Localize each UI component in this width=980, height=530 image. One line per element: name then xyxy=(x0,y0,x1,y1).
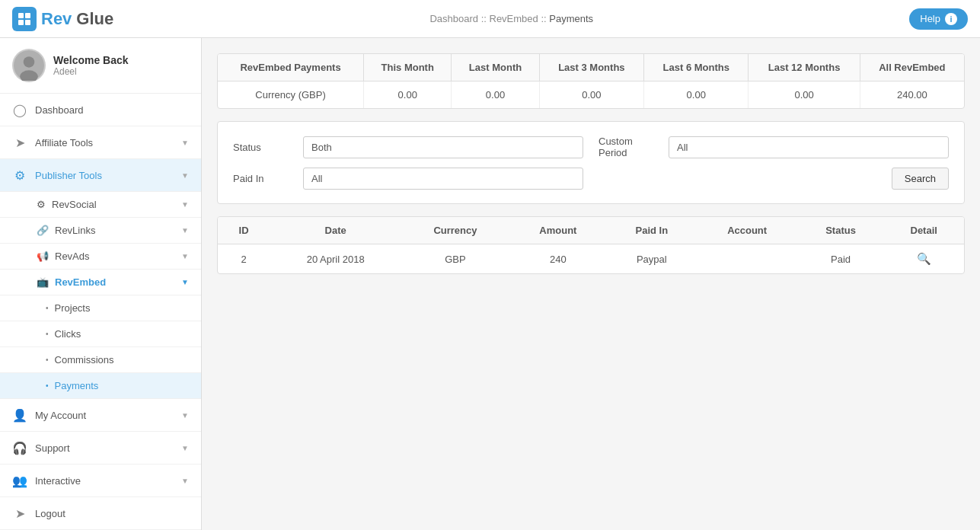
sidebar-label-projects: Projects xyxy=(55,302,91,314)
megaphone-icon: 📢 xyxy=(37,251,49,262)
sidebar-label-logout: Logout xyxy=(35,508,65,519)
col-last-month: Last Month xyxy=(452,54,539,81)
help-button[interactable]: Help i xyxy=(909,8,968,30)
payments-table: ID Date Currency Amount Paid In Account … xyxy=(218,217,964,273)
bullet-projects: • xyxy=(46,304,49,312)
col-id: ID xyxy=(218,217,270,244)
row-currency: GBP xyxy=(401,244,509,274)
help-label: Help xyxy=(920,13,940,24)
sidebar-item-support[interactable]: 🎧 Support ▼ xyxy=(0,432,201,465)
sidebar-label-publisher-tools: Publisher Tools xyxy=(35,170,102,181)
headset-icon: 🎧 xyxy=(12,440,27,455)
signout-icon: ➤ xyxy=(12,506,27,521)
sidebar-item-revsocial[interactable]: ⚙ RevSocial ▼ xyxy=(0,192,201,218)
summary-row: Currency (GBP) 0.00 0.00 0.00 0.00 0.00 … xyxy=(218,81,964,109)
data-card: ID Date Currency Amount Paid In Account … xyxy=(217,216,965,274)
svg-rect-0 xyxy=(18,13,24,18)
svg-rect-2 xyxy=(18,20,24,25)
col-revembed-payments: RevEmbed Payments xyxy=(218,54,364,81)
sidebar-label-interactive: Interactive xyxy=(35,475,81,487)
col-this-month: This Month xyxy=(364,54,452,81)
avatar xyxy=(12,49,46,82)
sidebar-label-revsocial: RevSocial xyxy=(52,199,97,210)
tag-icon: ➤ xyxy=(12,135,27,150)
row-detail[interactable]: 🔍 xyxy=(883,244,964,274)
breadcrumb-sep1: :: xyxy=(478,13,489,24)
paid-in-filter-group: Paid In All Paypal Bank Transfer xyxy=(233,168,583,190)
svg-point-5 xyxy=(24,56,35,68)
sidebar-item-clicks[interactable]: • Clicks xyxy=(0,321,201,347)
row-amount: 240 xyxy=(509,244,607,274)
clock-icon: ◯ xyxy=(12,102,27,117)
search-action: Search xyxy=(599,168,949,190)
breadcrumb: Dashboard :: RevEmbed :: Payments xyxy=(429,13,593,24)
sidebar-item-my-account[interactable]: 👤 My Account ▼ xyxy=(0,399,201,432)
svg-rect-1 xyxy=(25,13,30,18)
bullet-clicks: • xyxy=(46,330,49,338)
detail-search-icon[interactable]: 🔍 xyxy=(917,252,931,265)
sidebar-item-logout[interactable]: ➤ Logout xyxy=(0,497,201,530)
row-account xyxy=(697,244,798,274)
paid-in-select[interactable]: All Paypal Bank Transfer xyxy=(303,168,583,190)
search-button[interactable]: Search xyxy=(892,168,949,190)
col-status: Status xyxy=(798,217,884,244)
chevron-down-icon-revembed: ▼ xyxy=(181,278,189,286)
breadcrumb-dashboard[interactable]: Dashboard xyxy=(429,13,478,24)
welcome-text: Welcome Back xyxy=(53,54,129,66)
row-paid-in: Paypal xyxy=(607,244,697,274)
col-all-revembed: All RevEmbed xyxy=(860,54,964,81)
sidebar-label-my-account: My Account xyxy=(35,410,86,421)
sidebar-item-projects[interactable]: • Projects xyxy=(0,295,201,321)
sidebar-item-dashboard[interactable]: ◯ Dashboard xyxy=(0,94,201,126)
svg-rect-3 xyxy=(25,20,30,25)
table-row: 2 20 April 2018 GBP 240 Paypal Paid 🔍 xyxy=(218,244,964,274)
sidebar-label-support: Support xyxy=(35,442,70,454)
sidebar-item-affiliate-tools[interactable]: ➤ Affiliate Tools ▼ xyxy=(0,126,201,159)
chevron-down-icon: ▼ xyxy=(181,139,189,147)
summary-card: RevEmbed Payments This Month Last Month … xyxy=(217,53,965,109)
chevron-down-icon-revads: ▼ xyxy=(181,252,189,260)
sidebar-item-revlinks[interactable]: 🔗 RevLinks ▼ xyxy=(0,218,201,244)
sidebar-label-dashboard: Dashboard xyxy=(35,104,84,116)
sidebar-item-commissions[interactable]: • Commissions xyxy=(0,347,201,373)
status-select[interactable]: Both Paid Pending xyxy=(303,136,583,158)
row-id: 2 xyxy=(218,244,270,274)
user-text: Welcome Back Adeel xyxy=(53,54,129,77)
summary-table: RevEmbed Payments This Month Last Month … xyxy=(218,54,964,108)
username: Adeel xyxy=(53,66,129,77)
sidebar-label-revads: RevAds xyxy=(55,251,90,262)
logo: RevGlue xyxy=(12,7,113,31)
summary-currency: Currency (GBP) xyxy=(218,81,364,109)
sidebar-item-revads[interactable]: 📢 RevAds ▼ xyxy=(0,244,201,270)
sidebar-item-interactive[interactable]: 👥 Interactive ▼ xyxy=(0,465,201,497)
breadcrumb-sep2: :: xyxy=(538,13,549,24)
col-amount: Amount xyxy=(509,217,607,244)
breadcrumb-payments: Payments xyxy=(549,13,593,24)
breadcrumb-revembed[interactable]: RevEmbed xyxy=(490,13,538,24)
col-last-3-months: Last 3 Months xyxy=(539,54,643,81)
chevron-down-icon-support: ▼ xyxy=(181,444,189,452)
logo-glue: Glue xyxy=(76,9,113,29)
sidebar-item-payments[interactable]: • Payments xyxy=(0,373,201,399)
summary-last-month: 0.00 xyxy=(452,81,539,109)
sidebar: Welcome Back Adeel ◯ Dashboard ➤ Affilia… xyxy=(0,38,202,530)
summary-last-12: 0.00 xyxy=(749,81,860,109)
col-last-6-months: Last 6 Months xyxy=(644,54,749,81)
sidebar-item-publisher-tools[interactable]: ⚙ Publisher Tools ▼ xyxy=(0,159,201,192)
summary-last-6: 0.00 xyxy=(644,81,749,109)
logo-rev: Rev xyxy=(41,9,72,29)
help-info-icon: i xyxy=(945,13,957,25)
col-currency: Currency xyxy=(401,217,509,244)
main-content: RevEmbed Payments This Month Last Month … xyxy=(202,38,980,530)
col-paid-in: Paid In xyxy=(607,217,697,244)
paid-in-label: Paid In xyxy=(233,173,294,184)
chevron-down-icon-revsocial: ▼ xyxy=(181,200,189,209)
custom-period-label: Custom Period xyxy=(599,136,659,158)
summary-all: 240.00 xyxy=(860,81,964,109)
status-label: Status xyxy=(233,142,294,153)
sidebar-item-revembed[interactable]: 📺 RevEmbed ▼ xyxy=(0,270,201,295)
custom-period-select[interactable]: All Custom xyxy=(669,136,949,158)
row-status: Paid xyxy=(798,244,884,274)
person-icon: 👤 xyxy=(12,407,27,423)
summary-last-3: 0.00 xyxy=(539,81,643,109)
